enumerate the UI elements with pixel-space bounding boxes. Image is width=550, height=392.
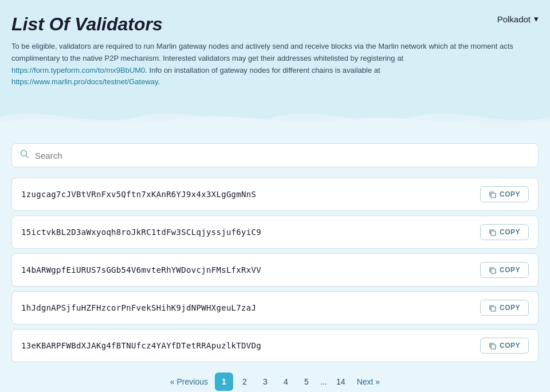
gateway-link[interactable]: https://www.marlin.pro/docs/testnet/Gate… (11, 77, 158, 86)
page-title: List Of Validators (11, 14, 163, 35)
wave-decoration (0, 100, 550, 134)
typeform-link[interactable]: https://form.typeform.com/to/mx9BbUM0 (11, 66, 145, 75)
search-icon (20, 150, 29, 161)
desc-text-1: To be eligible, validators are required … (11, 42, 513, 62)
validator-list: 1zugcag7cJVBtVRnFxv5Qftn7xKAnR6YJ9x4x3XL… (11, 178, 539, 362)
table-row: 14bARWgpfEiURUS7sGGb54V6mvteRhYWDovcjnFM… (11, 253, 539, 287)
search-input[interactable] (35, 151, 530, 160)
network-label: Polkadot (497, 14, 531, 24)
table-row: 1hJdgnAPSjfuHZFHzcorPnFvekSHihK9jdNPWHXg… (11, 291, 539, 324)
svg-rect-4 (491, 269, 496, 273)
svg-rect-6 (491, 344, 496, 349)
desc-text-3: . (158, 77, 160, 86)
validator-address: 13eKBARPFWBdXJAKg4fBTNUfcz4YAYfDTetRRApu… (21, 341, 261, 350)
svg-line-1 (26, 156, 29, 158)
page-number-2[interactable]: 2 (235, 373, 254, 391)
copy-icon (489, 229, 496, 236)
copy-icon (489, 304, 496, 312)
page-dots: ... (318, 377, 329, 386)
description: To be eligible, validators are required … (0, 41, 539, 94)
copy-icon (489, 191, 496, 198)
table-row: 15ictvkBL2D3aWxyoqh8roJkRC1tdFw3SCLqjyss… (11, 215, 539, 249)
copy-button[interactable]: COPY (480, 300, 529, 316)
validator-address: 1hJdgnAPSjfuHZFHzcorPnFvekSHihK9jdNPWHXg… (21, 303, 256, 312)
main-content: 1zugcag7cJVBtVRnFxv5Qftn7xKAnR6YJ9x4x3XL… (0, 134, 550, 392)
svg-rect-2 (491, 193, 496, 198)
page-number-3[interactable]: 3 (256, 373, 274, 391)
copy-icon (489, 266, 496, 274)
next-button[interactable]: Next » (352, 373, 384, 391)
svg-rect-3 (491, 231, 496, 236)
search-bar (11, 143, 539, 167)
table-row: 1zugcag7cJVBtVRnFxv5Qftn7xKAnR6YJ9x4x3XL… (11, 178, 539, 211)
network-selector[interactable]: Polkadot ▾ (497, 14, 539, 24)
desc-text-2: . Info on installation of gateway nodes … (145, 66, 380, 75)
copy-button[interactable]: COPY (480, 262, 529, 278)
copy-button[interactable]: COPY (480, 224, 529, 240)
pagination: « Previous12345...14Next » (11, 373, 539, 391)
validator-address: 15ictvkBL2D3aWxyoqh8roJkRC1tdFw3SCLqjyss… (21, 228, 261, 237)
page-number-5[interactable]: 5 (297, 373, 316, 391)
validator-address: 14bARWgpfEiURUS7sGGb54V6mvteRhYWDovcjnFM… (21, 265, 261, 275)
page-number-4[interactable]: 4 (277, 373, 295, 391)
page-number-14[interactable]: 14 (332, 373, 350, 391)
copy-button[interactable]: COPY (480, 186, 529, 202)
header: List Of Validators Polkadot ▾ (0, 0, 550, 41)
copy-icon (489, 342, 496, 350)
prev-button[interactable]: « Previous (166, 373, 213, 391)
chevron-down-icon: ▾ (534, 14, 539, 24)
validator-address: 1zugcag7cJVBtVRnFxv5Qftn7xKAnR6YJ9x4x3XL… (21, 190, 256, 199)
copy-button[interactable]: COPY (480, 338, 529, 354)
svg-rect-5 (491, 307, 496, 311)
table-row: 13eKBARPFWBdXJAKg4fBTNUfcz4YAYfDTetRRApu… (11, 329, 539, 362)
page-number-1[interactable]: 1 (215, 373, 233, 391)
